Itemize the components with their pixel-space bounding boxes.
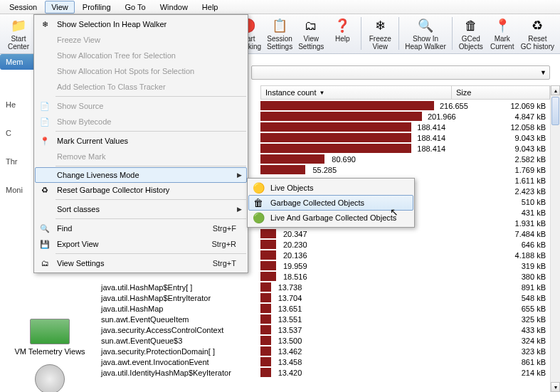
size-cell: 4.847 kB — [451, 112, 550, 121]
menu-item-sort-classes[interactable]: Sort classes▶ — [36, 201, 246, 217]
class-name-cell: java.security.AccessControlContext — [100, 326, 260, 334]
liveness-submenu: 🟡Live Objects🗑Garbage Collected Objects🟢… — [247, 178, 415, 228]
count-label: 19.959 — [280, 262, 307, 270]
col-size-label: Size — [456, 88, 471, 97]
toolbar-label: Help — [335, 35, 350, 43]
count-label: 13.551 — [275, 315, 302, 324]
table-row[interactable]: java.util.HashMap13.651655 kB — [100, 303, 550, 314]
table-row[interactable]: java.util.HashMap$Entry[ ]13.738891 kB — [100, 282, 550, 292]
vm-telemetry-views[interactable]: VM Telemetry Views — [0, 319, 100, 392]
menu-item-change-liveness-mode[interactable]: Change Liveness Mode▶ — [35, 167, 247, 183]
menu-item-view-settings[interactable]: 🗂View SettingsStrg+T — [36, 255, 246, 271]
menu-window[interactable]: Window — [154, 1, 194, 14]
toolbar-session-settings[interactable]: 📋SessionSettings — [264, 16, 295, 52]
instance-count-cell: 13.651 — [260, 304, 451, 314]
instance-count-cell: 188.414 — [260, 122, 451, 132]
table-row[interactable]: java.security.AccessControlContext13.537… — [100, 324, 550, 335]
toolbar-freeze-view[interactable]: ❄FreezeView — [364, 16, 396, 52]
count-bar — [260, 261, 276, 270]
count-bar — [260, 304, 271, 313]
toolbar-label: StartCenter — [8, 35, 29, 51]
toolbar-reset-gc-history[interactable]: ♻ResetGC history — [518, 16, 557, 52]
accelerator: Strg+R — [211, 240, 246, 248]
submenu-item-live-objects[interactable]: 🟡Live Objects — [249, 180, 413, 196]
class-name-cell: java.util.HashMap$EntryIterator — [100, 294, 260, 302]
vertical-scrollbar[interactable]: ▴ ▾ — [550, 85, 560, 392]
menu-item-reset-garbage-collector-history[interactable]: ♻Reset Garbage Collector History — [36, 182, 246, 198]
instance-count-cell: 18.516 — [260, 272, 451, 282]
count-bar — [260, 368, 271, 377]
submenu-item-live-and-garbage-collected-objects[interactable]: 🟢Live And Garbage Collected Objects — [249, 210, 413, 226]
reset-icon: ♻ — [36, 186, 54, 195]
menu-item-label: Add Selection To Class Tracker — [54, 83, 246, 91]
menu-go-to[interactable]: Go To — [119, 1, 152, 14]
count-bar — [260, 325, 271, 334]
instance-count-cell: 55.285 — [260, 165, 451, 175]
menu-item-remove-mark: Remove Mark — [36, 149, 246, 164]
menu-session[interactable]: Session — [3, 1, 43, 14]
menu-item-find[interactable]: 🔍FindStrg+F — [36, 221, 246, 236]
table-row[interactable]: java.util.HashMap$EntryIterator13.704548… — [100, 292, 550, 303]
count-bar — [260, 133, 411, 142]
menu-item-add-selection-to-class-tracker: Add Selection To Class Tracker — [36, 79, 246, 95]
table-row[interactable]: java.awt.event.InvocationEvent13.458861 … — [100, 356, 550, 367]
col-size[interactable]: Size — [452, 86, 549, 99]
scroll-down-button[interactable]: ▾ — [551, 382, 560, 392]
toolbar-help[interactable]: ❓Help — [327, 16, 358, 52]
count-bar — [260, 165, 305, 174]
toolbar-show-in-heap-walker[interactable]: 🔍Show InHeap Walker — [402, 16, 448, 52]
size-cell: 214 kB — [451, 369, 550, 377]
menu-item-show-selection-in-heap-walker[interactable]: ❄Show Selection In Heap Walker — [36, 16, 246, 32]
submenu-item-label: Live Objects — [268, 184, 413, 192]
toolbar-mark-current[interactable]: 📍MarkCurrent — [487, 16, 518, 52]
table-row[interactable]: java.security.ProtectionDomain[ ]13.4623… — [100, 346, 550, 356]
menu-item-mark-current-values[interactable]: 📍Mark Current Values — [36, 133, 246, 149]
table-row[interactable]: sun.awt.EventQueue$313.500324 kB — [100, 335, 550, 346]
menu-view[interactable]: View — [45, 1, 75, 14]
menu-item-label: Show Bytecode — [54, 117, 246, 126]
menu-item-label: Freeze View — [54, 36, 246, 44]
class-name-cell: sun.awt.EventQueue$3 — [100, 337, 260, 345]
instance-count-cell: 13.500 — [260, 336, 451, 346]
toolbar-start-center[interactable]: 📁StartCenter — [3, 16, 34, 52]
scroll-up-button[interactable]: ▴ — [551, 85, 560, 95]
submenu-item-garbage-collected-objects[interactable]: 🗑Garbage Collected Objects — [248, 195, 413, 211]
count-label: 216.655 — [437, 102, 468, 110]
accelerator: Strg+T — [213, 259, 246, 267]
instance-count-cell: 188.414 — [260, 133, 451, 143]
size-cell: 380 kB — [451, 272, 550, 281]
telemetry-thumb — [30, 319, 70, 344]
menu-item-export-view[interactable]: 💾Export ViewStrg+R — [36, 236, 246, 252]
show in-icon: 🔍 — [417, 17, 434, 34]
table-row[interactable]: sun.awt.EventQueueItem13.551325 kB — [100, 314, 550, 324]
size-cell: 510 kB — [451, 198, 550, 206]
gced-icon: 🗑 — [463, 17, 480, 34]
mark-icon: 📍 — [494, 17, 511, 34]
size-cell: 319 kB — [451, 262, 550, 270]
instance-count-cell: 19.959 — [260, 261, 451, 271]
toolbar-view-settings[interactable]: 🗂ViewSettings — [295, 16, 327, 52]
count-bar — [260, 144, 411, 153]
count-label: 13.537 — [275, 326, 302, 334]
toolbar-label: ResetGC history — [521, 35, 554, 51]
menu-item-show-allocation-tree-for-selection: Show Allocation Tree for Selection — [36, 48, 246, 63]
scroll-thumb[interactable] — [551, 97, 559, 125]
count-bar — [260, 154, 324, 164]
toolbar-separator — [361, 17, 361, 50]
col-instance-count[interactable]: Instance count▼ — [261, 86, 452, 99]
view-menu: ❄Show Selection In Heap WalkerFreeze Vie… — [33, 14, 248, 273]
instance-count-cell: 13.537 — [260, 325, 451, 335]
menu-help[interactable]: Help — [196, 1, 225, 14]
instance-count-cell: 20.136 — [260, 250, 451, 260]
help-icon: ❓ — [334, 17, 351, 34]
count-label: 55.285 — [310, 166, 337, 174]
filter-combo[interactable]: ▼ — [251, 65, 550, 80]
count-label: 20.230 — [280, 240, 307, 249]
chevron-down-icon: ▼ — [540, 69, 546, 76]
table-row[interactable]: java.util.IdentityHashMap$KeyIterator13.… — [100, 367, 550, 378]
count-label: 188.414 — [414, 123, 445, 132]
view-icon: 🗂 — [302, 17, 319, 34]
count-label: 80.690 — [329, 155, 356, 164]
menu-profiling[interactable]: Profiling — [76, 1, 117, 14]
toolbar-gced-objects[interactable]: 🗑GCedObjects — [455, 16, 487, 52]
